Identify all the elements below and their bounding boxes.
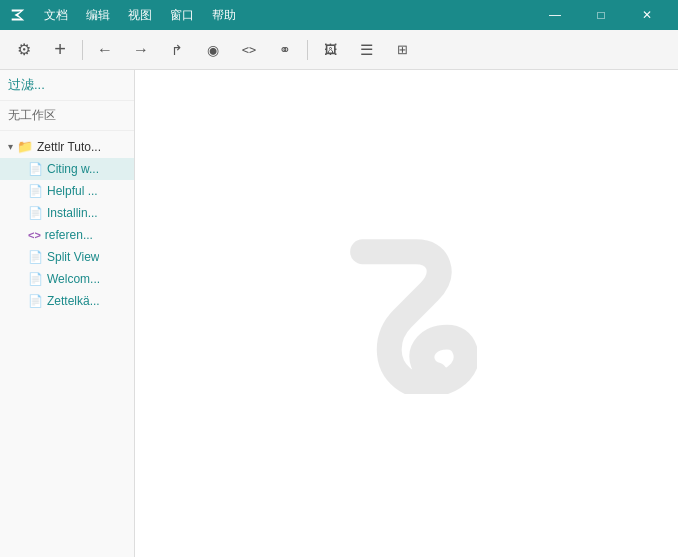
file-icon-1: 📄 <box>28 184 43 198</box>
file-name-4: Split View <box>47 250 99 264</box>
code-button[interactable]: <> <box>233 34 265 66</box>
file-tree: ▾ 📁 Zettlr Tuto... 📄 Citing w... 📄 Helpf… <box>0 131 134 557</box>
file-icon-3: <> <box>28 229 41 241</box>
tree-file-1[interactable]: 📄 Helpful ... <box>0 180 134 202</box>
menu-item-doc[interactable]: 文档 <box>36 5 76 26</box>
menu-bar: 文档 编辑 视图 窗口 帮助 <box>36 5 532 26</box>
grid-button[interactable]: ⊞ <box>386 34 418 66</box>
file-name-3: referen... <box>45 228 93 242</box>
minimize-button[interactable]: — <box>532 0 578 30</box>
content-area <box>135 70 678 557</box>
list-button[interactable]: ☰ <box>350 34 382 66</box>
toolbar-separator-1 <box>82 40 83 60</box>
file-name-1: Helpful ... <box>47 184 98 198</box>
file-icon-0: 📄 <box>28 162 43 176</box>
watch-button[interactable]: ◉ <box>197 34 229 66</box>
main-layout: 过滤... 无工作区 ▾ 📁 Zettlr Tuto... 📄 Citing w… <box>0 70 678 557</box>
menu-item-view[interactable]: 视图 <box>120 5 160 26</box>
filter-bar: 过滤... <box>0 70 134 101</box>
chevron-down-icon: ▾ <box>8 141 13 152</box>
filter-input[interactable]: 过滤... <box>8 77 45 92</box>
tree-file-6[interactable]: 📄 Zettelkä... <box>0 290 134 312</box>
window-controls: — □ ✕ <box>532 0 670 30</box>
tree-file-2[interactable]: 📄 Installin... <box>0 202 134 224</box>
file-icon-2: 📄 <box>28 206 43 220</box>
toolbar-separator-2 <box>307 40 308 60</box>
tree-file-4[interactable]: 📄 Split View <box>0 246 134 268</box>
forward-button[interactable]: → <box>125 34 157 66</box>
app-icon <box>8 5 28 25</box>
sidebar: 过滤... 无工作区 ▾ 📁 Zettlr Tuto... 📄 Citing w… <box>0 70 135 557</box>
folder-icon: 📁 <box>17 139 33 154</box>
file-name-2: Installin... <box>47 206 98 220</box>
title-bar: 文档 编辑 视图 窗口 帮助 — □ ✕ <box>0 0 678 30</box>
tree-file-5[interactable]: 📄 Welcom... <box>0 268 134 290</box>
zettlr-logo <box>337 234 477 394</box>
new-file-button[interactable]: + <box>44 34 76 66</box>
settings-button[interactable]: ⚙ <box>8 34 40 66</box>
menu-item-help[interactable]: 帮助 <box>204 5 244 26</box>
close-button[interactable]: ✕ <box>624 0 670 30</box>
menu-item-window[interactable]: 窗口 <box>162 5 202 26</box>
folder-name: Zettlr Tuto... <box>37 140 126 154</box>
tree-file-3[interactable]: <> referen... <box>0 224 134 246</box>
maximize-button[interactable]: □ <box>578 0 624 30</box>
file-name-5: Welcom... <box>47 272 100 286</box>
menu-item-edit[interactable]: 编辑 <box>78 5 118 26</box>
file-icon-6: 📄 <box>28 294 43 308</box>
back-button[interactable]: ← <box>89 34 121 66</box>
link-button[interactable]: ⚭ <box>269 34 301 66</box>
file-name-6: Zettelkä... <box>47 294 100 308</box>
tree-folder[interactable]: ▾ 📁 Zettlr Tuto... <box>0 135 134 158</box>
workspace-label: 无工作区 <box>0 101 134 131</box>
file-icon-4: 📄 <box>28 250 43 264</box>
file-name-0: Citing w... <box>47 162 99 176</box>
image-button[interactable]: 🖼 <box>314 34 346 66</box>
export-button[interactable]: ↱ <box>161 34 193 66</box>
file-icon-5: 📄 <box>28 272 43 286</box>
tree-file-0[interactable]: 📄 Citing w... <box>0 158 134 180</box>
toolbar: ⚙ + ← → ↱ ◉ <> ⚭ 🖼 ☰ ⊞ <box>0 30 678 70</box>
